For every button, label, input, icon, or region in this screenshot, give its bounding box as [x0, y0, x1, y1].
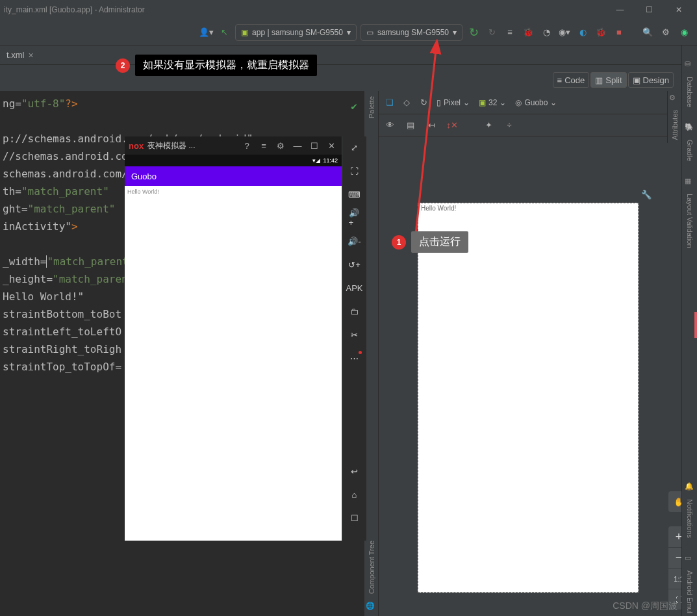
run-config-dropdown[interactable]: ▣ app | samsung SM-G9550 ▾ [235, 24, 357, 41]
hello-world-text: Hello World! [127, 188, 159, 195]
tab-label: t.xml [6, 50, 24, 60]
window-titlebar: ity_main.xml [Guobo.app] - Administrator… [0, 0, 697, 19]
api-select[interactable]: ▣ 32 ⌄ [475, 95, 509, 110]
folder-icon[interactable]: 🗀 [349, 305, 361, 317]
nox-emulator-window[interactable]: nox 夜神模拟器 ... ? ≡ ⚙ — ☐ ✕ ▾◢ 11:42 Guobo… [125, 136, 366, 541]
callout-2-badge: 2 [116, 58, 130, 73]
settings-icon[interactable]: ⚙ [657, 24, 674, 41]
layout-validation-icon[interactable]: ▦ [685, 177, 695, 187]
gradle-label[interactable]: Gradle [686, 140, 694, 161]
view-mode-switcher: ≡Code ▥Split ▣Design [553, 70, 674, 90]
bell-icon[interactable]: 🔔 [685, 482, 695, 493]
chevron-down-icon: ▾ [347, 28, 351, 37]
component-tree-label: Component Tree [368, 541, 375, 594]
api-label: 32 [488, 98, 497, 107]
database-label[interactable]: Database [686, 77, 694, 107]
avatar-icon[interactable]: ◉ [676, 24, 692, 41]
callout-1: 1 点击运行 [392, 231, 468, 253]
svg-line-1 [416, 44, 437, 234]
apk-icon[interactable]: APK [349, 282, 361, 294]
coverage-icon[interactable]: ≡ [501, 24, 518, 41]
minimize-button[interactable]: — [605, 0, 635, 19]
viewmode-design-label: Design [643, 75, 669, 85]
scroll-marker [694, 312, 697, 338]
shake-icon[interactable]: ↺+ [349, 259, 361, 270]
keyboard-icon[interactable]: ⌨ [349, 188, 361, 200]
palette-label: Palette [368, 96, 375, 118]
run-config-label: app | samsung SM-G9550 [252, 28, 343, 37]
volume-down-icon[interactable]: 🔊- [349, 235, 361, 247]
sliders-icon[interactable]: ⚙ [669, 94, 681, 102]
close-button[interactable]: ✕ [664, 0, 693, 19]
android-statusbar: ▾◢ 11:42 [125, 155, 342, 166]
viewmode-design[interactable]: ▣Design [628, 72, 674, 88]
help-icon[interactable]: ? [240, 141, 253, 151]
status-check-icon: ✔ [351, 97, 357, 115]
close-icon[interactable]: ✕ [325, 141, 338, 151]
viewmode-code[interactable]: ≡Code [553, 72, 590, 88]
back-icon[interactable]: ↩ [349, 465, 361, 477]
app-body[interactable]: Hello World! [125, 186, 342, 541]
gradle-icon[interactable]: 🐘 [685, 123, 695, 133]
android-icon: ▣ [241, 28, 248, 37]
viewmode-code-label: Code [564, 75, 585, 85]
bug-icon[interactable]: 🐞 [592, 24, 609, 41]
volume-up-icon[interactable]: 🔊+ [349, 212, 361, 224]
wifi-icon: ▾◢ [312, 157, 320, 164]
user-icon[interactable]: 👤▾ [197, 24, 214, 41]
callout-1-badge: 1 [392, 235, 406, 250]
phone-icon: ▭ [366, 28, 374, 37]
recents-icon[interactable]: ☐ [349, 512, 361, 524]
attributes-label: Attributes [671, 110, 679, 140]
attach-icon[interactable]: ◉▾ [556, 24, 573, 41]
globe-icon: 🌐 [366, 602, 377, 613]
magnet-icon[interactable]: ✦ [481, 118, 496, 133]
gear-icon[interactable]: ⚙ [274, 141, 287, 151]
attributes-strip[interactable]: ⚙ Attributes [667, 91, 681, 143]
theme-select[interactable]: ◎ Guobo ⌄ [512, 95, 560, 110]
menu-icon[interactable]: ≡ [257, 141, 270, 151]
database-icon[interactable]: ⛁ [685, 60, 695, 70]
profiler-icon[interactable]: ◐ [574, 24, 591, 41]
debug-icon[interactable]: 🐞 [520, 24, 537, 41]
emulator-titlebar[interactable]: nox 夜神模拟器 ... ? ≡ ⚙ — ☐ ✕ [125, 136, 342, 155]
right-toolwindow-bar: ⛁ Database 🐘 Gradle ▦ Layout Validation … [681, 45, 697, 616]
scissors-icon[interactable]: ✂ [349, 329, 361, 340]
layers-icon[interactable]: ❏ [383, 96, 397, 110]
rerun-icon[interactable]: ↻ [483, 24, 500, 41]
maximize-button[interactable]: ☐ [635, 0, 664, 19]
callout-2: 2 如果没有显示模拟器，就重启模拟器 [116, 55, 317, 76]
wrench-icon[interactable]: 🔧 [641, 190, 652, 199]
eye-icon[interactable]: 👁 [383, 118, 397, 133]
run-icon[interactable]: ↻ [465, 24, 482, 41]
emulator-title: 夜神模拟器 ... [147, 140, 236, 151]
expand-icon[interactable]: ⤢ [349, 142, 361, 153]
notifications-label[interactable]: Notifications [686, 499, 694, 538]
clock: 11:42 [323, 157, 338, 164]
emulator-main: nox 夜神模拟器 ... ? ≡ ⚙ — ☐ ✕ ▾◢ 11:42 Guobo… [125, 136, 342, 541]
maximize-icon[interactable]: ☐ [308, 141, 321, 151]
search-icon[interactable]: 🔍 [639, 24, 656, 41]
watermark: CSDN @周国波 [613, 600, 678, 612]
emulator-label[interactable]: Android Emul [686, 571, 694, 613]
device-preview[interactable]: Hello World! [418, 203, 639, 593]
app-bar: Guobo [125, 166, 342, 186]
tab-main-xml[interactable]: t.xml × [0, 45, 40, 65]
layout-validation-label[interactable]: Layout Validation [686, 194, 694, 248]
app-title: Guobo [131, 172, 157, 181]
window-title: ity_main.xml [Guobo.app] - Administrator [4, 5, 605, 14]
stop-icon[interactable]: ■ [611, 24, 627, 41]
profile-icon[interactable]: ◔ [538, 24, 555, 41]
hammer-icon[interactable]: ↖ [216, 24, 233, 41]
nox-logo: nox [129, 141, 144, 151]
more-icon[interactable]: ⋯ [349, 352, 361, 364]
minimize-icon[interactable]: — [291, 141, 304, 151]
fullscreen-icon[interactable]: ⛶ [349, 165, 361, 177]
device-dropdown[interactable]: ▭ samsung SM-G9550 ▾ [361, 24, 463, 41]
home-icon[interactable]: ⌂ [349, 489, 361, 500]
viewmode-split[interactable]: ▥Split [590, 72, 626, 88]
guides-icon[interactable]: ÷ [502, 118, 516, 133]
emulator-icon[interactable]: ▭ [685, 554, 695, 564]
close-icon[interactable]: × [28, 50, 33, 60]
editor-tabbar: t.xml × ⋮ [0, 45, 697, 65]
